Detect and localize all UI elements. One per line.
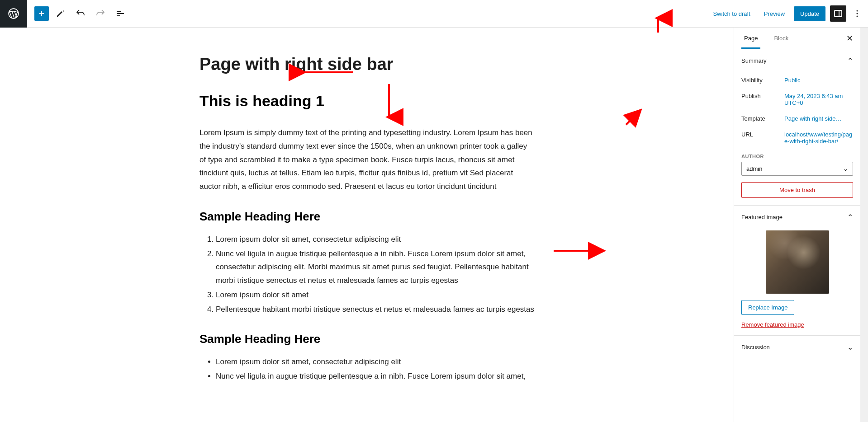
list-item[interactable]: Nunc vel ligula in augue tristique pelle… [216, 370, 534, 383]
list-item[interactable]: Pellentesque habitant morbi tristique se… [216, 303, 534, 316]
heading-1[interactable]: This is heading 1 [199, 92, 534, 110]
heading-2[interactable]: Sample Heading Here [199, 210, 534, 224]
panel-title: Featured image [741, 214, 783, 220]
wordpress-logo-icon[interactable] [0, 0, 27, 28]
list-item[interactable]: Nunc vel ligula in augue tristique pelle… [216, 247, 534, 287]
summary-panel: Summary ⌃ Visibility Public Publish May … [734, 49, 860, 206]
redo-icon[interactable] [92, 5, 109, 22]
toolbar-right: Switch to draft Preview Update [708, 5, 868, 22]
close-sidebar-icon[interactable]: ✕ [846, 33, 853, 43]
edit-mode-icon[interactable] [52, 5, 69, 22]
chevron-up-icon: ⌃ [847, 213, 853, 221]
undo-icon[interactable] [72, 5, 89, 22]
update-button[interactable]: Update [794, 6, 825, 21]
paragraph[interactable]: Lorem Ipsum is simply dummy text of the … [199, 126, 534, 193]
sidebar-tabs: Page Block ✕ [734, 28, 860, 49]
author-select-value: admin [746, 165, 762, 172]
add-block-button[interactable]: + [34, 6, 49, 21]
discussion-panel-header[interactable]: Discussion ⌄ [734, 336, 860, 359]
list-item[interactable]: Lorem ipsum dolor sit amet, consectetur … [216, 355, 534, 369]
heading-2[interactable]: Sample Heading Here [199, 332, 534, 346]
author-select[interactable]: admin ⌄ [741, 162, 853, 176]
editor-canvas[interactable]: Page with right side bar This is heading… [0, 28, 734, 422]
chevron-up-icon: ⌃ [847, 56, 853, 65]
template-label: Template [741, 115, 784, 122]
list-item[interactable]: Lorem ipsum dolor sit amet, consectetur … [216, 233, 534, 246]
panel-title: Summary [741, 57, 767, 64]
visibility-value[interactable]: Public [784, 77, 853, 84]
toolbar-left: + [27, 5, 128, 22]
author-label: AUTHOR [741, 154, 853, 159]
ordered-list[interactable]: Lorem ipsum dolor sit amet, consectetur … [199, 233, 534, 316]
list-item[interactable]: Lorem ipsum dolor sit amet [216, 288, 534, 302]
svg-point-3 [857, 13, 858, 14]
template-value[interactable]: Page with right side… [784, 115, 853, 122]
move-to-trash-button[interactable]: Move to trash [741, 182, 853, 198]
url-value[interactable]: localhost/www/testing/page-with-right-si… [784, 131, 853, 145]
publish-value[interactable]: May 24, 2023 6:43 am UTC+0 [784, 93, 853, 106]
remove-featured-image-link[interactable]: Remove featured image [741, 321, 853, 328]
publish-label: Publish [741, 93, 784, 99]
chevron-down-icon: ⌄ [843, 165, 848, 172]
discussion-panel: Discussion ⌄ [734, 336, 860, 359]
featured-image-panel: Featured image ⌃ Replace Image Remove fe… [734, 206, 860, 336]
svg-point-4 [857, 16, 858, 17]
panel-title: Discussion [741, 344, 770, 351]
svg-rect-1 [835, 10, 842, 17]
visibility-label: Visibility [741, 77, 784, 84]
more-options-icon[interactable] [851, 8, 863, 19]
tab-block[interactable]: Block [771, 28, 791, 49]
url-label: URL [741, 131, 784, 138]
summary-panel-header[interactable]: Summary ⌃ [734, 49, 860, 72]
replace-image-button[interactable]: Replace Image [741, 300, 794, 315]
page-title[interactable]: Page with right side bar [199, 55, 534, 74]
tab-page[interactable]: Page [741, 28, 760, 49]
chevron-down-icon: ⌄ [847, 343, 853, 352]
scrollbar[interactable] [860, 28, 868, 422]
settings-sidebar-toggle-icon[interactable] [830, 5, 846, 22]
switch-to-draft-button[interactable]: Switch to draft [708, 8, 754, 20]
settings-sidebar: Page Block ✕ Summary ⌃ Visibility Public… [734, 28, 860, 422]
featured-image-thumbnail[interactable] [766, 230, 829, 294]
document-outline-icon[interactable] [112, 5, 128, 22]
preview-button[interactable]: Preview [759, 8, 789, 20]
top-toolbar: + Switch to draft Preview Update [0, 0, 868, 28]
featured-image-panel-header[interactable]: Featured image ⌃ [734, 206, 860, 229]
svg-point-2 [857, 10, 858, 12]
unordered-list[interactable]: Lorem ipsum dolor sit amet, consectetur … [199, 355, 534, 383]
